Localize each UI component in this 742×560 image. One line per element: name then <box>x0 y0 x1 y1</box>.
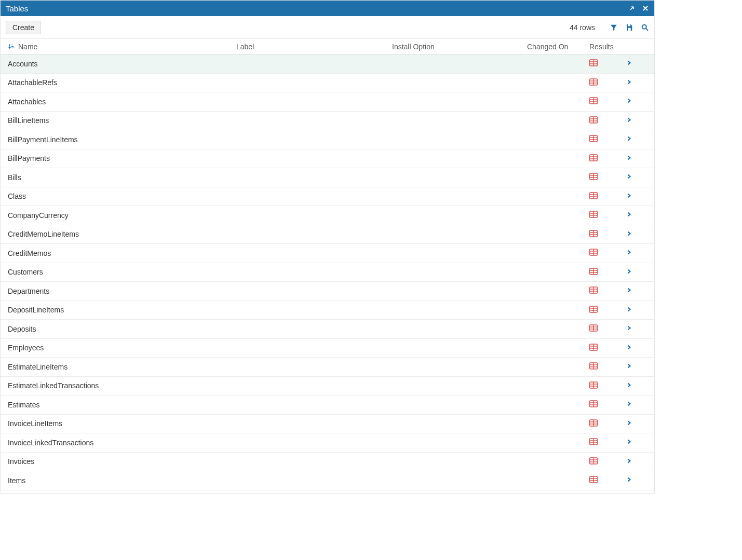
chevron-right-icon[interactable] <box>620 344 637 351</box>
table-grid-icon[interactable] <box>589 154 598 161</box>
chevron-right-icon[interactable] <box>620 230 637 237</box>
chevron-right-icon[interactable] <box>620 457 637 465</box>
table-row[interactable]: Invoices <box>1 453 654 472</box>
table-row[interactable]: Class <box>1 187 654 207</box>
cell-name: CreditMemos <box>6 249 234 257</box>
table-row[interactable]: InvoiceLineItems <box>1 415 654 434</box>
table-row[interactable]: Employees <box>1 339 654 358</box>
table-grid-icon[interactable] <box>589 362 598 370</box>
column-header-results[interactable]: Results <box>587 43 618 51</box>
table-grid-icon[interactable] <box>589 457 598 465</box>
expand-icon[interactable] <box>628 5 636 12</box>
chevron-right-icon[interactable] <box>620 78 637 86</box>
table-row[interactable]: Attachables <box>1 92 654 112</box>
chevron-right-icon[interactable] <box>620 249 637 256</box>
table-grid-icon[interactable] <box>589 306 598 313</box>
cell-name: AttachableRefs <box>6 78 234 87</box>
cell-name: InvoiceLinkedTransactions <box>6 439 234 447</box>
cell-name: EstimateLinkedTransactions <box>6 381 234 390</box>
chevron-right-icon[interactable] <box>620 116 637 124</box>
table-grid-icon[interactable] <box>589 476 598 483</box>
cell-name: Employees <box>6 344 234 352</box>
close-icon[interactable] <box>642 5 649 12</box>
table-row[interactable]: BillPayments <box>1 149 654 169</box>
chevron-right-icon[interactable] <box>620 286 637 294</box>
svg-rect-1 <box>628 28 630 30</box>
cell-name: Accounts <box>6 60 234 68</box>
table-grid-icon[interactable] <box>589 249 598 256</box>
chevron-right-icon[interactable] <box>620 268 637 275</box>
chevron-right-icon[interactable] <box>620 97 637 104</box>
column-header-label[interactable]: Label <box>234 43 390 51</box>
table-row[interactable]: CreditMemoLineItems <box>1 225 654 244</box>
svg-point-2 <box>642 24 646 29</box>
table-row[interactable]: Accounts <box>1 54 654 74</box>
svg-rect-4 <box>11 46 14 46</box>
table-row[interactable]: JournalEntries <box>1 490 654 494</box>
table-row[interactable]: Items <box>1 471 654 490</box>
cell-name: Items <box>6 476 234 485</box>
table-row[interactable]: Deposits <box>1 320 654 339</box>
table-row[interactable]: AttachableRefs <box>1 74 654 93</box>
table-row[interactable]: EstimateLineItems <box>1 358 654 377</box>
column-header-name[interactable]: Name <box>6 43 234 51</box>
table-grid-icon[interactable] <box>589 230 598 237</box>
table-grid-icon[interactable] <box>589 400 598 407</box>
chevron-right-icon[interactable] <box>620 135 637 142</box>
cell-name: BillPaymentLineItems <box>6 135 234 144</box>
table-grid-icon[interactable] <box>589 419 598 427</box>
chevron-right-icon[interactable] <box>620 192 637 199</box>
sort-asc-icon[interactable] <box>8 43 15 50</box>
table-grid-icon[interactable] <box>589 135 598 142</box>
table-grid-icon[interactable] <box>589 381 598 389</box>
table-row[interactable]: InvoiceLinkedTransactions <box>1 433 654 453</box>
chevron-right-icon[interactable] <box>620 211 637 218</box>
chevron-right-icon[interactable] <box>620 59 637 66</box>
column-header-changed-on[interactable]: Changed On <box>525 43 587 51</box>
table-grid-icon[interactable] <box>589 173 598 180</box>
cell-name: DepositLineItems <box>6 306 234 314</box>
chevron-right-icon[interactable] <box>620 362 637 370</box>
table-body[interactable]: AccountsAttachableRefsAttachablesBillLin… <box>1 54 654 493</box>
search-icon[interactable] <box>641 23 649 32</box>
table-row[interactable]: EstimateLinkedTransactions <box>1 377 654 396</box>
table-row[interactable]: Customers <box>1 263 654 282</box>
chevron-right-icon[interactable] <box>620 400 637 407</box>
filter-icon[interactable] <box>610 23 618 32</box>
table-row[interactable]: BillPaymentLineItems <box>1 130 654 149</box>
table-grid-icon[interactable] <box>589 324 598 332</box>
table-row[interactable]: CompanyCurrency <box>1 206 654 225</box>
chevron-right-icon[interactable] <box>620 438 637 445</box>
chevron-right-icon[interactable] <box>620 306 637 313</box>
table-grid-icon[interactable] <box>589 286 598 294</box>
cell-name: Deposits <box>6 325 234 333</box>
table-grid-icon[interactable] <box>589 211 598 218</box>
table-row[interactable]: Bills <box>1 168 654 187</box>
cell-name: CompanyCurrency <box>6 211 234 220</box>
chevron-right-icon[interactable] <box>620 324 637 332</box>
table-grid-icon[interactable] <box>589 78 598 86</box>
table-row[interactable]: Departments <box>1 282 654 301</box>
table-grid-icon[interactable] <box>589 268 598 275</box>
chevron-right-icon[interactable] <box>620 173 637 180</box>
cell-name: EstimateLineItems <box>6 363 234 371</box>
table-row[interactable]: Estimates <box>1 395 654 415</box>
table-grid-icon[interactable] <box>589 116 598 124</box>
chevron-right-icon[interactable] <box>620 476 637 483</box>
titlebar: Tables <box>1 1 654 16</box>
table-grid-icon[interactable] <box>589 192 598 199</box>
create-button[interactable]: Create <box>6 21 41 34</box>
chevron-right-icon[interactable] <box>620 154 637 161</box>
svg-rect-5 <box>11 47 15 48</box>
table-grid-icon[interactable] <box>589 438 598 445</box>
table-row[interactable]: CreditMemos <box>1 244 654 263</box>
save-icon[interactable] <box>625 23 633 32</box>
chevron-right-icon[interactable] <box>620 419 637 427</box>
table-row[interactable]: BillLineItems <box>1 112 654 131</box>
table-grid-icon[interactable] <box>589 97 598 104</box>
table-row[interactable]: DepositLineItems <box>1 301 654 320</box>
column-header-install-option[interactable]: Install Option <box>390 43 525 51</box>
chevron-right-icon[interactable] <box>620 381 637 389</box>
table-grid-icon[interactable] <box>589 344 598 351</box>
table-grid-icon[interactable] <box>589 59 598 66</box>
